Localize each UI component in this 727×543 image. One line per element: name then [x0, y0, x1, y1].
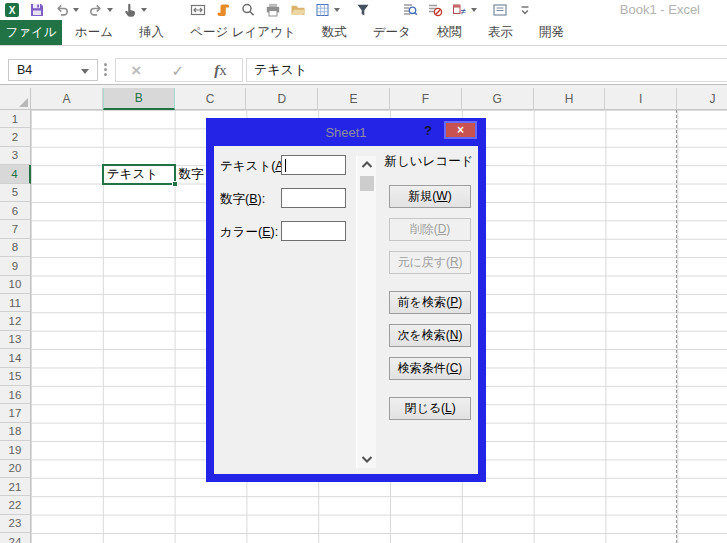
row-header-14[interactable]: 14	[0, 349, 31, 367]
row-header-18[interactable]: 18	[0, 423, 31, 441]
name-box-dropdown-icon[interactable]	[81, 69, 89, 74]
dialog-button-w[interactable]: 新規(W)	[389, 185, 471, 208]
field-input-2[interactable]	[281, 221, 346, 241]
scroll-icon[interactable]	[215, 1, 231, 19]
tab-page-layout[interactable]: ページ レイアウト	[177, 20, 309, 45]
row-header-23[interactable]: 23	[0, 515, 31, 533]
dialog-button-c[interactable]: 検索条件(C)	[389, 357, 471, 380]
redo-icon[interactable]	[88, 1, 113, 19]
tab-home[interactable]: ホーム	[62, 20, 126, 45]
row-header-5[interactable]: 5	[0, 184, 31, 202]
column-header-I[interactable]: I	[605, 88, 677, 110]
excel-logo-icon[interactable]: X	[4, 1, 20, 19]
row-header-12[interactable]: 12	[0, 312, 31, 330]
row-header-19[interactable]: 19	[0, 441, 31, 459]
tab-review[interactable]: 校閲	[424, 20, 475, 45]
field-input-0[interactable]	[281, 155, 346, 175]
column-header-J[interactable]: J	[677, 88, 727, 110]
insert-function-icon[interactable]: fx	[214, 63, 227, 78]
cancel-icon[interactable]: ×	[131, 62, 141, 79]
dialog-button-l[interactable]: 閉じる(L)	[389, 397, 471, 420]
tab-insert[interactable]: 挿入	[126, 20, 177, 45]
filter-icon[interactable]	[355, 1, 371, 19]
row-header-9[interactable]: 9	[0, 257, 31, 275]
data-form-dialog: Sheet1 ? × テキスト(A):数字(B):カラー(E): 新しいレコード…	[206, 118, 486, 482]
print-preview-icon[interactable]	[265, 1, 281, 19]
column-header-E[interactable]: E	[318, 88, 390, 110]
dialog-button-n[interactable]: 次を検索(N)	[389, 324, 471, 347]
dialog-button-p[interactable]: 前を検索(P)	[389, 291, 471, 314]
undo-dropdown-icon[interactable]	[73, 8, 79, 12]
row-header-20[interactable]: 20	[0, 460, 31, 478]
row-header-21[interactable]: 21	[0, 478, 31, 496]
scroll-down-icon[interactable]	[359, 452, 375, 466]
tab-formulas[interactable]: 数式	[309, 20, 360, 45]
table-borders-icon[interactable]	[315, 1, 340, 19]
formula-bar: B4 × ✓ fx テキスト	[0, 47, 727, 85]
row-header-1[interactable]: 1	[0, 110, 31, 128]
formula-bar-grip-icon[interactable]	[104, 68, 107, 71]
row-header-6[interactable]: 6	[0, 202, 31, 220]
row-header-16[interactable]: 16	[0, 386, 31, 404]
row-header-3[interactable]: 3	[0, 147, 31, 165]
column-header-A[interactable]: A	[31, 88, 103, 110]
search-document-icon[interactable]	[402, 1, 418, 19]
dialog-button-r[interactable]: 元に戻す(R)	[389, 251, 471, 274]
row-header-22[interactable]: 22	[0, 496, 31, 514]
row-header-15[interactable]: 15	[0, 368, 31, 386]
dialog-close-button[interactable]: ×	[444, 121, 477, 139]
row-header-11[interactable]: 11	[0, 294, 31, 312]
scrollbar-thumb[interactable]	[360, 176, 374, 191]
column-header-F[interactable]: F	[390, 88, 462, 110]
table-borders-dropdown-icon[interactable]	[334, 8, 340, 12]
column-header-D[interactable]: D	[246, 88, 318, 110]
row-header-4[interactable]: 4	[0, 165, 31, 183]
row-header-13[interactable]: 13	[0, 331, 31, 349]
column-header-B[interactable]: B	[103, 88, 175, 110]
column-header-G[interactable]: G	[462, 88, 534, 110]
tab-view[interactable]: 表示	[475, 20, 526, 45]
undo-icon[interactable]	[54, 1, 79, 19]
row-header-2[interactable]: 2	[0, 128, 31, 146]
form-icon[interactable]	[492, 1, 508, 19]
window-title: Book1 - Excel	[620, 2, 700, 17]
touch-mode-icon[interactable]	[122, 1, 147, 19]
field-label-2: カラー(E):	[220, 224, 278, 241]
fill-handle[interactable]	[172, 181, 178, 187]
enter-icon[interactable]: ✓	[171, 63, 184, 78]
not-equal-icon[interactable]: ≠	[452, 1, 477, 19]
dialog-help-button[interactable]: ?	[420, 123, 436, 141]
select-all-corner[interactable]	[0, 88, 31, 110]
column-header-C[interactable]: C	[175, 88, 247, 110]
zoom-icon[interactable]	[240, 1, 256, 19]
row-header-8[interactable]: 8	[0, 239, 31, 257]
excel-window: X	[0, 0, 727, 543]
cell-C4[interactable]: 数字	[179, 165, 204, 183]
save-icon[interactable]	[29, 1, 45, 19]
tab-developer[interactable]: 開発	[526, 20, 577, 45]
selection-border	[102, 164, 176, 184]
tab-file[interactable]: ファイル	[0, 20, 62, 45]
not-equal-dropdown-icon[interactable]	[471, 8, 477, 12]
dialog-body: テキスト(A):数字(B):カラー(E): 新しいレコード 新規(W)削除(D)…	[214, 146, 478, 474]
name-box-value: B4	[17, 63, 32, 77]
row-header-24[interactable]: 24	[0, 533, 31, 543]
touch-mode-dropdown-icon[interactable]	[141, 8, 147, 12]
row-header-17[interactable]: 17	[0, 404, 31, 422]
row-header-10[interactable]: 10	[0, 276, 31, 294]
remove-icon[interactable]	[427, 1, 443, 19]
scroll-up-icon[interactable]	[359, 158, 375, 172]
formula-input[interactable]: テキスト	[246, 58, 727, 82]
tab-data[interactable]: データ	[360, 20, 424, 45]
text-caret	[285, 159, 286, 172]
name-box[interactable]: B4	[8, 59, 98, 81]
open-folder-icon[interactable]	[290, 1, 306, 19]
redo-dropdown-icon[interactable]	[107, 8, 113, 12]
column-width-icon[interactable]	[190, 1, 206, 19]
field-input-1[interactable]	[281, 188, 346, 208]
record-scrollbar[interactable]	[356, 156, 376, 468]
column-header-H[interactable]: H	[534, 88, 606, 110]
row-header-7[interactable]: 7	[0, 220, 31, 238]
qat-more-icon[interactable]	[517, 1, 533, 19]
dialog-button-d[interactable]: 削除(D)	[389, 218, 471, 241]
